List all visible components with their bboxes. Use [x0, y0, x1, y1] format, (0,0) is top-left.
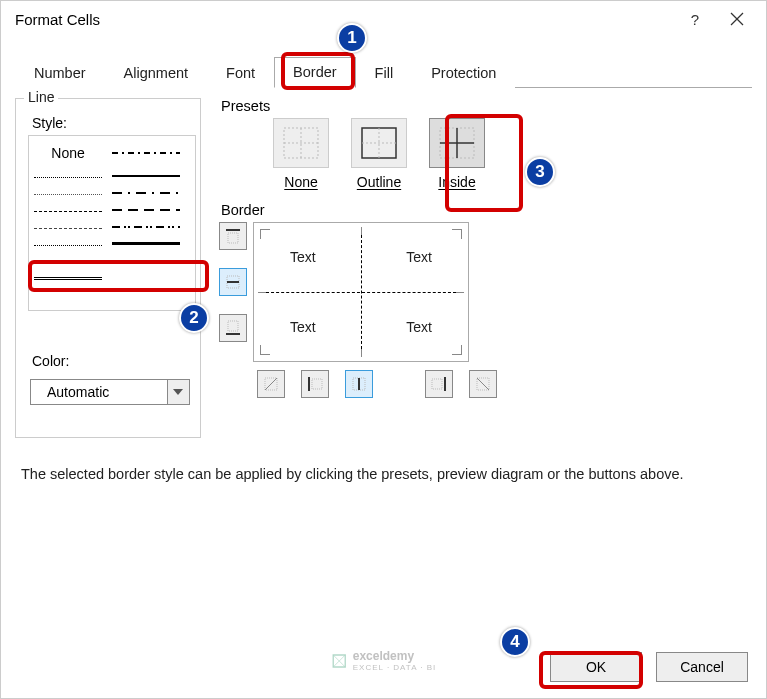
- presets-legend: Presets: [221, 98, 752, 114]
- preview-inner-hline: [266, 292, 456, 293]
- svg-rect-20: [312, 379, 322, 389]
- tab-border[interactable]: Border: [274, 57, 356, 88]
- border-vmid-button[interactable]: [345, 370, 373, 398]
- titlebar: Format Cells ?: [1, 1, 766, 37]
- style-opt-14[interactable]: [110, 252, 182, 269]
- cancel-button[interactable]: Cancel: [656, 652, 748, 682]
- svg-line-18: [265, 378, 277, 390]
- dialog-title: Format Cells: [15, 11, 674, 28]
- border-top-icon: [224, 227, 242, 245]
- border-legend: Border: [221, 202, 752, 218]
- border-preview[interactable]: Text Text Text Text: [253, 222, 469, 362]
- watermark-icon: [331, 653, 347, 669]
- preview-text-br: Text: [406, 319, 432, 335]
- style-none[interactable]: None: [32, 138, 104, 169]
- svg-rect-23: [432, 379, 442, 389]
- border-hmid-button[interactable]: [219, 268, 247, 296]
- color-label: Color:: [32, 353, 188, 369]
- svg-line-26: [477, 378, 489, 390]
- preview-corner-icon: [452, 345, 462, 355]
- diag-down-icon: [474, 375, 492, 393]
- border-diag-down-button[interactable]: [469, 370, 497, 398]
- style-grid: None: [28, 135, 196, 311]
- preset-outline-icon: [361, 127, 397, 159]
- preset-outline-label: Outline: [357, 174, 401, 190]
- preset-none[interactable]: None: [273, 118, 329, 190]
- style-opt-4[interactable]: [32, 220, 104, 237]
- border-diag-up-button[interactable]: [257, 370, 285, 398]
- preview-corner-icon: [452, 229, 462, 239]
- style-opt-12[interactable]: [110, 218, 182, 235]
- style-opt-7[interactable]: [32, 271, 104, 288]
- style-opt-3[interactable]: [32, 203, 104, 220]
- style-opt-1[interactable]: [32, 169, 104, 186]
- watermark-text: exceldemy: [353, 649, 437, 663]
- style-opt-6[interactable]: [32, 254, 104, 271]
- preset-none-label: None: [284, 174, 317, 190]
- help-button[interactable]: ?: [674, 5, 716, 33]
- preset-inside-label: Inside: [438, 174, 475, 190]
- border-vmid-icon: [350, 375, 368, 393]
- callout-4: 4: [500, 627, 530, 657]
- line-group: Line Style: None: [15, 98, 201, 438]
- preview-text-bl: Text: [290, 319, 316, 335]
- style-opt-5[interactable]: [32, 237, 104, 254]
- border-right-button[interactable]: [425, 370, 453, 398]
- chevron-down-icon: [173, 389, 183, 395]
- border-hmid-icon: [224, 273, 242, 291]
- dialog-body: Line Style: None: [1, 88, 766, 438]
- tab-font[interactable]: Font: [207, 58, 274, 88]
- style-opt-11[interactable]: [110, 201, 182, 218]
- watermark: exceldemy EXCEL · DATA · BI: [331, 649, 437, 672]
- presets-row: None Outline Inside: [273, 118, 752, 190]
- diag-up-icon: [262, 375, 280, 393]
- tab-number[interactable]: Number: [15, 58, 105, 88]
- tab-bar: Number Alignment Font Border Fill Protec…: [15, 55, 752, 88]
- line-legend: Line: [24, 89, 58, 105]
- format-cells-dialog: Format Cells ? Number Alignment Font Bor…: [0, 0, 767, 699]
- preset-none-icon: [283, 127, 319, 159]
- close-button[interactable]: [716, 5, 758, 33]
- watermark-sub: EXCEL · DATA · BI: [353, 663, 437, 672]
- preview-text-tr: Text: [406, 249, 432, 265]
- tab-alignment[interactable]: Alignment: [105, 58, 207, 88]
- color-dropdown-button[interactable]: [168, 379, 190, 405]
- style-label: Style:: [32, 115, 188, 131]
- style-opt-2[interactable]: [32, 186, 104, 203]
- right-column: Presets None Outline: [219, 98, 752, 438]
- ok-button[interactable]: OK: [550, 652, 642, 682]
- preview-text-tl: Text: [290, 249, 316, 265]
- tab-protection[interactable]: Protection: [412, 58, 515, 88]
- hint-text: The selected border style can be applied…: [21, 464, 748, 486]
- border-right-icon: [430, 375, 448, 393]
- close-icon: [730, 12, 744, 26]
- style-opt-10[interactable]: [110, 184, 182, 201]
- border-left-icon: [306, 375, 324, 393]
- preview-corner-icon: [260, 345, 270, 355]
- style-opt-9[interactable]: [110, 167, 182, 184]
- border-area: Text Text Text Text: [219, 222, 752, 362]
- svg-rect-15: [228, 321, 238, 331]
- style-opt-13[interactable]: [110, 235, 182, 252]
- preset-inside-icon: [439, 127, 475, 159]
- tab-fill[interactable]: Fill: [356, 58, 413, 88]
- border-bottom-row: [257, 370, 752, 398]
- svg-rect-12: [228, 233, 238, 243]
- color-select[interactable]: Automatic: [30, 379, 168, 405]
- border-bottom-button[interactable]: [219, 314, 247, 342]
- border-left-button[interactable]: [301, 370, 329, 398]
- preset-outline[interactable]: Outline: [351, 118, 407, 190]
- dialog-footer: OK Cancel: [550, 652, 748, 682]
- border-top-button[interactable]: [219, 222, 247, 250]
- border-bottom-icon: [224, 319, 242, 337]
- preview-corner-icon: [260, 229, 270, 239]
- style-opt-8[interactable]: [110, 138, 182, 167]
- preset-inside[interactable]: Inside: [429, 118, 485, 190]
